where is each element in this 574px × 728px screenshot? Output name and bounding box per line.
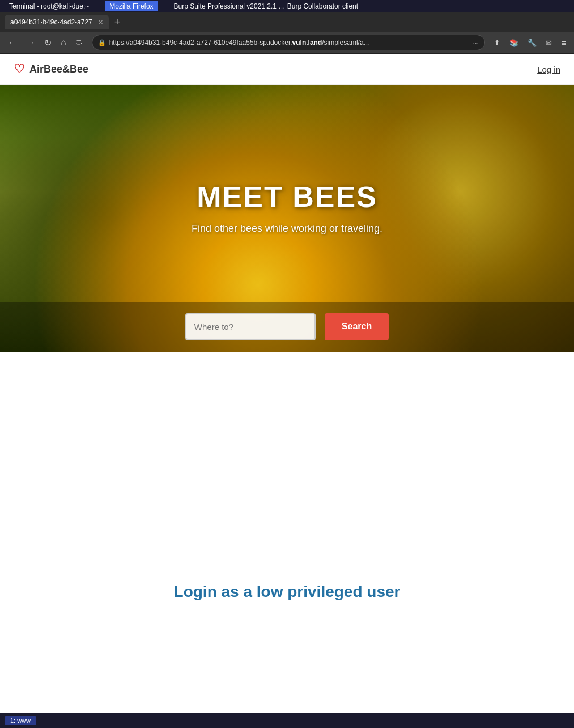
refresh-button[interactable]: ↻ — [41, 35, 55, 50]
new-tab-button[interactable]: + — [111, 16, 124, 28]
mail-button[interactable]: ✉ — [542, 36, 555, 49]
taskbar-burp[interactable]: Burp Suite Professional v2021.2.1 … Burp… — [169, 1, 363, 11]
address-bar[interactable]: 🔒 https://a0494b31-b49c-4ad2-a727-610e49… — [92, 35, 486, 50]
logo: ♡ AirBee&Bee — [14, 62, 88, 77]
main-content: Login as a low privileged user — [0, 352, 574, 624]
logo-icon: ♡ — [14, 62, 25, 77]
logo-text: AirBee&Bee — [29, 64, 88, 75]
forward-button[interactable]: → — [23, 35, 39, 50]
nav-actions: ⬆ 📚 🔧 ✉ ≡ — [491, 36, 569, 50]
hero-content: MEET BEES Find other bees while working … — [0, 85, 574, 352]
hero-title: MEET BEES — [197, 180, 377, 214]
bottom-task-www[interactable]: 1: www — [5, 716, 36, 725]
bottom-taskbar: 1: www — [0, 713, 574, 728]
browser-tab-active[interactable]: a0494b31-b49c-4ad2-a727 ✕ — [5, 15, 109, 29]
menu-button[interactable]: ≡ — [558, 36, 569, 50]
more-options-icon[interactable]: ··· — [473, 39, 479, 47]
hero-section: MEET BEES Find other bees while working … — [0, 85, 574, 352]
taskbar-terminal[interactable]: Terminal - root@kali-due:~ — [5, 1, 93, 11]
nav-bar: ← → ↻ ⌂ 🛡 🔒 https://a0494b31-b49c-4ad2-a… — [0, 32, 574, 53]
url-text: https://a0494b31-b49c-4ad2-a727-610e49fa… — [109, 39, 470, 46]
taskbar-firefox[interactable]: Mozilla Firefox — [105, 1, 158, 11]
hero-subtitle: Find other bees while working or traveli… — [192, 223, 382, 235]
extensions-button[interactable]: ⬆ — [491, 36, 504, 49]
site-header: ♡ AirBee&Bee Log in — [0, 54, 574, 85]
tab-bar: a0494b31-b49c-4ad2-a727 ✕ + — [0, 12, 574, 32]
tab-label: a0494b31-b49c-4ad2-a727 — [10, 18, 92, 26]
tools-button[interactable]: 🔧 — [524, 36, 540, 49]
website: ♡ AirBee&Bee Log in MEET BEES Find other… — [0, 54, 574, 624]
shield-icon: 🛡 — [72, 36, 86, 49]
bookmarks-button[interactable]: 📚 — [506, 36, 522, 49]
os-taskbar: Terminal - root@kali-due:~ Mozilla Firef… — [0, 0, 574, 12]
browser-chrome: a0494b31-b49c-4ad2-a727 ✕ + ← → ↻ ⌂ 🛡 🔒 … — [0, 12, 574, 54]
back-button[interactable]: ← — [5, 35, 20, 50]
low-priv-heading: Login as a low privileged user — [174, 583, 401, 601]
home-button[interactable]: ⌂ — [57, 35, 70, 50]
tab-close-button[interactable]: ✕ — [98, 19, 103, 26]
login-link[interactable]: Log in — [537, 65, 560, 74]
lock-icon: 🔒 — [98, 39, 106, 46]
